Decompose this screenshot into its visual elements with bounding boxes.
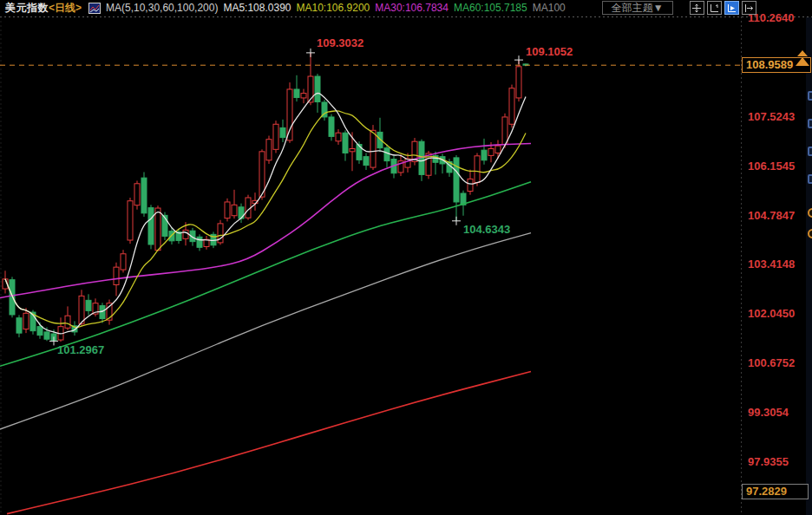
axis-label: 107.5243 bbox=[748, 110, 795, 123]
axis-label: 106.1545 bbox=[748, 160, 795, 173]
period-label: <日线> bbox=[49, 1, 82, 16]
chart-header: 美元指数 <日线> MA(5,10,30,60,100,200) MA5:108… bbox=[0, 0, 812, 16]
cropped-tool-icon[interactable] bbox=[808, 91, 812, 101]
ma100-value: MA100 bbox=[533, 2, 566, 14]
axis-label: 103.4148 bbox=[748, 258, 795, 271]
theme-selector-dropdown[interactable]: 全部主题▼ bbox=[602, 1, 673, 15]
annotation-high-109-3032: 109.3032 bbox=[317, 36, 363, 49]
cropped-tool-icon[interactable] bbox=[808, 208, 812, 218]
ma-line-MA200 bbox=[7, 372, 531, 514]
ma10-value: MA10:106.9200 bbox=[297, 2, 370, 14]
symbol-name: 美元指数 bbox=[5, 1, 49, 16]
axis-scale-icon[interactable] bbox=[707, 1, 722, 15]
trading-app-window: 美元指数 <日线> MA(5,10,30,60,100,200) MA5:108… bbox=[0, 0, 812, 515]
right-edge-toolbar[interactable] bbox=[806, 17, 812, 515]
mini-chart-icon bbox=[88, 3, 101, 14]
toolbar-buttons bbox=[687, 1, 756, 15]
ma5-value: MA5:108.0390 bbox=[223, 2, 291, 14]
ma60-value: MA60:105.7185 bbox=[454, 2, 527, 14]
annotation-low-101-2967: 101.2967 bbox=[57, 343, 104, 356]
axis-label: 102.0450 bbox=[748, 307, 795, 320]
axis-label: 104.7847 bbox=[748, 209, 795, 222]
ma-params-label: MA(5,10,30,60,100,200) bbox=[106, 2, 218, 14]
ma30-value: MA30:106.7834 bbox=[375, 2, 449, 14]
bottom-price-box: 97.2829 bbox=[742, 484, 809, 499]
cropped-tool-icon[interactable] bbox=[808, 147, 812, 156]
auto-follow-icon[interactable] bbox=[724, 1, 739, 15]
ma-line-MA10 bbox=[5, 111, 526, 328]
cropped-tool-icon[interactable] bbox=[808, 119, 812, 128]
cropped-tool-icon[interactable] bbox=[808, 229, 812, 238]
annotation-low-104-6343: 104.6343 bbox=[463, 223, 510, 236]
axis-label: 99.3054 bbox=[748, 406, 789, 419]
axis-label: 100.6752 bbox=[748, 356, 795, 369]
annotation-high-109-1052: 109.1052 bbox=[526, 45, 573, 58]
axis-label: 97.9355 bbox=[748, 455, 789, 468]
chart-canvas[interactable] bbox=[0, 0, 812, 515]
move-crosshair-icon[interactable] bbox=[690, 1, 704, 15]
ma-line-MA60 bbox=[0, 182, 531, 367]
price-marker-arrows-icon[interactable] bbox=[794, 48, 811, 68]
detach-icon[interactable] bbox=[742, 1, 756, 15]
candles bbox=[3, 53, 528, 342]
cropped-tool-icon[interactable] bbox=[808, 174, 812, 184]
ma-line-MA100 bbox=[0, 233, 531, 429]
